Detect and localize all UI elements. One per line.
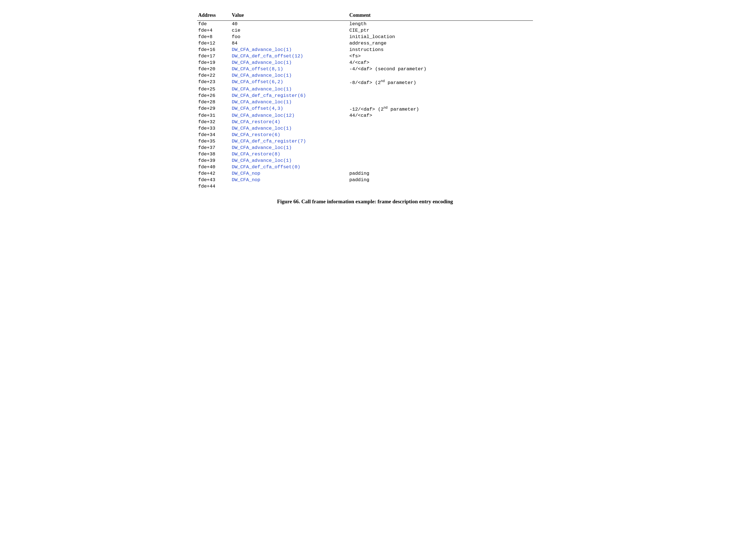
table-row: fde+43DW_CFA_noppadding	[197, 177, 533, 183]
cell-address: fde+32	[197, 119, 231, 125]
cell-address: fde+23	[197, 79, 231, 86]
cell-value: DW_CFA_nop	[231, 170, 348, 177]
cell-value: 84	[231, 40, 348, 46]
cell-address: fde	[197, 21, 231, 27]
cell-address: fde+4	[197, 27, 231, 34]
cell-value: DW_CFA_advance_loc(1)	[231, 72, 348, 79]
cell-comment: 4/<caf>	[348, 59, 533, 66]
cell-address: fde+34	[197, 132, 231, 138]
cell-address: fde+35	[197, 138, 231, 144]
table-row: fde+32DW_CFA_restore(4)	[197, 119, 533, 125]
table-row: fde+35DW_CFA_def_cfa_register(7)	[197, 138, 533, 144]
table-row: fde+33DW_CFA_advance_loc(1)	[197, 125, 533, 132]
table-row: fde+8fooinitial_location	[197, 34, 533, 40]
cell-comment: CIE_ptr	[348, 27, 533, 34]
cell-address: fde+28	[197, 99, 231, 105]
table-row: fde+17DW_CFA_def_cfa_offset(12)<fs>	[197, 53, 533, 59]
table-row: fde+34DW_CFA_restore(6)	[197, 132, 533, 138]
table-row: fde40length	[197, 21, 533, 27]
cell-comment: initial_location	[348, 34, 533, 40]
cell-value: DW_CFA_restore(4)	[231, 119, 348, 125]
cell-value: DW_CFA_nop	[231, 177, 348, 183]
cell-comment: address_range	[348, 40, 533, 46]
cell-value: DW_CFA_advance_loc(1)	[231, 125, 348, 132]
cell-value: DW_CFA_offset(6,2)	[231, 79, 348, 86]
cell-value: DW_CFA_advance_loc(1)	[231, 99, 348, 105]
cell-value: DW_CFA_restore(6)	[231, 132, 348, 138]
cell-address: fde+37	[197, 144, 231, 151]
cell-address: fde+8	[197, 34, 231, 40]
cell-comment	[348, 92, 533, 99]
main-container: Address Value Comment fde40lengthfde+4ci…	[197, 11, 533, 205]
cell-comment: -8/<daf> (2nd parameter)	[348, 79, 533, 86]
cell-value: DW_CFA_advance_loc(1)	[231, 59, 348, 66]
cell-value	[231, 183, 348, 190]
table-header-row: Address Value Comment	[197, 11, 533, 21]
cell-comment	[348, 157, 533, 164]
table-row: fde+37DW_CFA_advance_loc(1)	[197, 144, 533, 151]
cell-comment: <fs>	[348, 53, 533, 59]
cell-address: fde+12	[197, 40, 231, 46]
cell-comment: -12/<daf> (2nd parameter)	[348, 105, 533, 113]
cell-comment	[348, 132, 533, 138]
cell-address: fde+22	[197, 72, 231, 79]
cell-address: fde+16	[197, 46, 231, 53]
cell-address: fde+26	[197, 92, 231, 99]
table-row: fde+31DW_CFA_advance_loc(12)44/<caf>	[197, 112, 533, 119]
figure-caption: Figure 66. Call frame information exampl…	[197, 199, 533, 205]
table-row: fde+25DW_CFA_advance_loc(1)	[197, 86, 533, 92]
header-value: Value	[231, 11, 348, 21]
cell-comment: padding	[348, 177, 533, 183]
cell-value: foo	[231, 34, 348, 40]
cell-comment	[348, 151, 533, 157]
cell-comment	[348, 99, 533, 105]
cell-comment: instructions	[348, 46, 533, 53]
cell-address: fde+42	[197, 170, 231, 177]
table-row: fde+16DW_CFA_advance_loc(1)instructions	[197, 46, 533, 53]
cell-comment: padding	[348, 170, 533, 177]
cell-value: DW_CFA_advance_loc(1)	[231, 144, 348, 151]
cell-comment	[348, 119, 533, 125]
table-row: fde+42DW_CFA_noppadding	[197, 170, 533, 177]
table-row: fde+29DW_CFA_offset(4,3)-12/<daf> (2nd p…	[197, 105, 533, 113]
table-row: fde+40DW_CFA_def_cfa_offset(0)	[197, 164, 533, 170]
table-row: fde+22DW_CFA_advance_loc(1)	[197, 72, 533, 79]
cell-comment	[348, 86, 533, 92]
cell-comment	[348, 72, 533, 79]
cell-comment: 44/<caf>	[348, 112, 533, 119]
cell-address: fde+39	[197, 157, 231, 164]
cell-value: DW_CFA_def_cfa_offset(12)	[231, 53, 348, 59]
table-row: fde+20DW_CFA_offset(8,1)-4/<daf> (second…	[197, 66, 533, 72]
cell-value: DW_CFA_advance_loc(12)	[231, 112, 348, 119]
cell-address: fde+33	[197, 125, 231, 132]
cell-value: DW_CFA_def_cfa_offset(0)	[231, 164, 348, 170]
table-row: fde+28DW_CFA_advance_loc(1)	[197, 99, 533, 105]
cell-comment	[348, 144, 533, 151]
cell-address: fde+17	[197, 53, 231, 59]
table-row: fde+44	[197, 183, 533, 190]
cell-value: cie	[231, 27, 348, 34]
cell-address: fde+25	[197, 86, 231, 92]
table-row: fde+4cieCIE_ptr	[197, 27, 533, 34]
table-row: fde+19DW_CFA_advance_loc(1)4/<caf>	[197, 59, 533, 66]
cell-value: 40	[231, 21, 348, 27]
cell-address: fde+19	[197, 59, 231, 66]
cell-value: DW_CFA_restore(8)	[231, 151, 348, 157]
table-row: fde+1284address_range	[197, 40, 533, 46]
table-row: fde+26DW_CFA_def_cfa_register(6)	[197, 92, 533, 99]
cell-value: DW_CFA_advance_loc(1)	[231, 157, 348, 164]
cell-address: fde+38	[197, 151, 231, 157]
cell-address: fde+31	[197, 112, 231, 119]
cell-value: DW_CFA_offset(8,1)	[231, 66, 348, 72]
frame-description-table: Address Value Comment fde40lengthfde+4ci…	[197, 11, 533, 190]
cell-value: DW_CFA_def_cfa_register(7)	[231, 138, 348, 144]
cell-comment	[348, 138, 533, 144]
table-row: fde+39DW_CFA_advance_loc(1)	[197, 157, 533, 164]
cell-value: DW_CFA_def_cfa_register(6)	[231, 92, 348, 99]
cell-comment: -4/<daf> (second parameter)	[348, 66, 533, 72]
cell-comment	[348, 125, 533, 132]
header-address: Address	[197, 11, 231, 21]
cell-address: fde+43	[197, 177, 231, 183]
cell-value: DW_CFA_offset(4,3)	[231, 105, 348, 113]
table-row: fde+23DW_CFA_offset(6,2)-8/<daf> (2nd pa…	[197, 79, 533, 86]
